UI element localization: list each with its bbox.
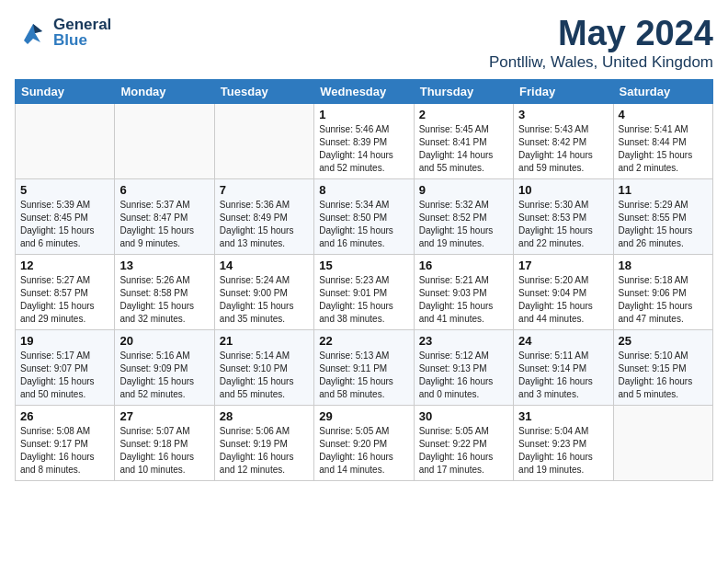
calendar-cell bbox=[214, 103, 313, 178]
calendar-cell: 12Sunrise: 5:27 AM Sunset: 8:57 PM Dayli… bbox=[16, 254, 115, 329]
header-day-wednesday: Wednesday bbox=[314, 79, 414, 103]
day-number: 2 bbox=[419, 108, 508, 121]
day-info: Sunrise: 5:05 AM Sunset: 9:22 PM Dayligh… bbox=[419, 425, 508, 477]
day-number: 12 bbox=[20, 259, 109, 272]
day-number: 14 bbox=[220, 259, 309, 272]
calendar-cell: 13Sunrise: 5:26 AM Sunset: 8:58 PM Dayli… bbox=[115, 254, 214, 329]
calendar-cell: 9Sunrise: 5:32 AM Sunset: 8:52 PM Daylig… bbox=[414, 178, 513, 254]
calendar-cell: 26Sunrise: 5:08 AM Sunset: 9:17 PM Dayli… bbox=[16, 405, 115, 480]
day-number: 9 bbox=[419, 183, 508, 197]
day-number: 8 bbox=[319, 183, 408, 197]
logo-bird-icon bbox=[15, 15, 50, 50]
main-title: May 2024 bbox=[489, 15, 713, 53]
calendar-cell: 31Sunrise: 5:04 AM Sunset: 9:23 PM Dayli… bbox=[514, 405, 613, 480]
day-info: Sunrise: 5:26 AM Sunset: 8:58 PM Dayligh… bbox=[119, 274, 209, 326]
day-number: 31 bbox=[518, 409, 608, 423]
calendar-cell: 1Sunrise: 5:46 AM Sunset: 8:39 PM Daylig… bbox=[314, 103, 414, 178]
day-info: Sunrise: 5:45 AM Sunset: 8:41 PM Dayligh… bbox=[419, 123, 508, 175]
day-info: Sunrise: 5:24 AM Sunset: 9:00 PM Dayligh… bbox=[220, 274, 309, 326]
day-number: 30 bbox=[419, 409, 508, 423]
day-info: Sunrise: 5:16 AM Sunset: 9:09 PM Dayligh… bbox=[119, 350, 209, 401]
day-number: 27 bbox=[119, 409, 209, 423]
header-day-sunday: Sunday bbox=[16, 79, 115, 103]
day-number: 18 bbox=[619, 259, 708, 272]
day-number: 23 bbox=[419, 334, 508, 348]
day-number: 26 bbox=[20, 409, 109, 423]
day-number: 11 bbox=[619, 183, 708, 197]
week-row-2: 5Sunrise: 5:39 AM Sunset: 8:45 PM Daylig… bbox=[16, 178, 713, 254]
calendar-cell: 11Sunrise: 5:29 AM Sunset: 8:55 PM Dayli… bbox=[613, 178, 712, 254]
day-number: 13 bbox=[119, 259, 209, 272]
day-number: 24 bbox=[518, 334, 608, 348]
day-number: 16 bbox=[419, 259, 508, 272]
day-number: 4 bbox=[619, 108, 708, 121]
day-number: 25 bbox=[619, 334, 708, 348]
day-number: 22 bbox=[319, 334, 408, 348]
svg-marker-0 bbox=[24, 24, 42, 44]
header-day-monday: Monday bbox=[115, 79, 214, 103]
calendar-cell: 15Sunrise: 5:23 AM Sunset: 9:01 PM Dayli… bbox=[314, 254, 414, 329]
day-number: 1 bbox=[319, 108, 408, 121]
day-info: Sunrise: 5:37 AM Sunset: 8:47 PM Dayligh… bbox=[119, 199, 209, 250]
calendar-cell bbox=[16, 103, 115, 178]
header-day-saturday: Saturday bbox=[613, 79, 712, 103]
logo-blue: Blue bbox=[53, 32, 111, 48]
day-info: Sunrise: 5:04 AM Sunset: 9:23 PM Dayligh… bbox=[518, 425, 608, 477]
calendar-table: SundayMondayTuesdayWednesdayThursdayFrid… bbox=[15, 79, 713, 481]
logo: General Blue bbox=[15, 15, 111, 50]
title-block: May 2024 Pontlliw, Wales, United Kingdom bbox=[489, 15, 713, 72]
day-info: Sunrise: 5:41 AM Sunset: 8:44 PM Dayligh… bbox=[619, 123, 708, 175]
calendar-cell: 7Sunrise: 5:36 AM Sunset: 8:49 PM Daylig… bbox=[214, 178, 313, 254]
calendar-cell: 4Sunrise: 5:41 AM Sunset: 8:44 PM Daylig… bbox=[613, 103, 712, 178]
calendar-cell: 8Sunrise: 5:34 AM Sunset: 8:50 PM Daylig… bbox=[314, 178, 414, 254]
day-info: Sunrise: 5:20 AM Sunset: 9:04 PM Dayligh… bbox=[518, 274, 608, 326]
header-day-tuesday: Tuesday bbox=[214, 79, 313, 103]
day-info: Sunrise: 5:21 AM Sunset: 9:03 PM Dayligh… bbox=[419, 274, 508, 326]
header-day-thursday: Thursday bbox=[414, 79, 513, 103]
day-info: Sunrise: 5:36 AM Sunset: 8:49 PM Dayligh… bbox=[220, 199, 309, 250]
week-row-5: 26Sunrise: 5:08 AM Sunset: 9:17 PM Dayli… bbox=[16, 405, 713, 480]
calendar-cell: 29Sunrise: 5:05 AM Sunset: 9:20 PM Dayli… bbox=[314, 405, 414, 480]
logo-text: General Blue bbox=[53, 17, 111, 48]
calendar-cell: 22Sunrise: 5:13 AM Sunset: 9:11 PM Dayli… bbox=[314, 329, 414, 405]
calendar-cell: 3Sunrise: 5:43 AM Sunset: 8:42 PM Daylig… bbox=[514, 103, 613, 178]
day-info: Sunrise: 5:29 AM Sunset: 8:55 PM Dayligh… bbox=[619, 199, 708, 250]
day-info: Sunrise: 5:34 AM Sunset: 8:50 PM Dayligh… bbox=[319, 199, 408, 250]
calendar-cell: 28Sunrise: 5:06 AM Sunset: 9:19 PM Dayli… bbox=[214, 405, 313, 480]
day-number: 20 bbox=[119, 334, 209, 348]
day-info: Sunrise: 5:08 AM Sunset: 9:17 PM Dayligh… bbox=[20, 425, 109, 477]
page-header: General Blue May 2024 Pontlliw, Wales, U… bbox=[15, 15, 713, 72]
day-info: Sunrise: 5:13 AM Sunset: 9:11 PM Dayligh… bbox=[319, 350, 408, 401]
calendar-cell: 6Sunrise: 5:37 AM Sunset: 8:47 PM Daylig… bbox=[115, 178, 214, 254]
calendar-cell: 24Sunrise: 5:11 AM Sunset: 9:14 PM Dayli… bbox=[514, 329, 613, 405]
calendar-cell: 30Sunrise: 5:05 AM Sunset: 9:22 PM Dayli… bbox=[414, 405, 513, 480]
day-number: 29 bbox=[319, 409, 408, 423]
calendar-cell: 2Sunrise: 5:45 AM Sunset: 8:41 PM Daylig… bbox=[414, 103, 513, 178]
calendar-cell: 5Sunrise: 5:39 AM Sunset: 8:45 PM Daylig… bbox=[16, 178, 115, 254]
calendar-cell bbox=[613, 405, 712, 480]
day-number: 10 bbox=[518, 183, 608, 197]
calendar-cell: 23Sunrise: 5:12 AM Sunset: 9:13 PM Dayli… bbox=[414, 329, 513, 405]
day-info: Sunrise: 5:05 AM Sunset: 9:20 PM Dayligh… bbox=[319, 425, 408, 477]
calendar-cell: 20Sunrise: 5:16 AM Sunset: 9:09 PM Dayli… bbox=[115, 329, 214, 405]
day-number: 15 bbox=[319, 259, 408, 272]
day-number: 28 bbox=[220, 409, 309, 423]
header-day-friday: Friday bbox=[514, 79, 613, 103]
day-info: Sunrise: 5:07 AM Sunset: 9:18 PM Dayligh… bbox=[119, 425, 209, 477]
calendar-cell: 10Sunrise: 5:30 AM Sunset: 8:53 PM Dayli… bbox=[514, 178, 613, 254]
calendar-header: SundayMondayTuesdayWednesdayThursdayFrid… bbox=[16, 79, 713, 103]
day-number: 21 bbox=[220, 334, 309, 348]
day-info: Sunrise: 5:11 AM Sunset: 9:14 PM Dayligh… bbox=[518, 350, 608, 401]
day-number: 7 bbox=[220, 183, 309, 197]
calendar-cell: 16Sunrise: 5:21 AM Sunset: 9:03 PM Dayli… bbox=[414, 254, 513, 329]
day-info: Sunrise: 5:12 AM Sunset: 9:13 PM Dayligh… bbox=[419, 350, 508, 401]
calendar-cell: 18Sunrise: 5:18 AM Sunset: 9:06 PM Dayli… bbox=[613, 254, 712, 329]
header-row: SundayMondayTuesdayWednesdayThursdayFrid… bbox=[16, 79, 713, 103]
day-info: Sunrise: 5:14 AM Sunset: 9:10 PM Dayligh… bbox=[220, 350, 309, 401]
day-number: 5 bbox=[20, 183, 109, 197]
calendar-body: 1Sunrise: 5:46 AM Sunset: 8:39 PM Daylig… bbox=[16, 103, 713, 480]
day-info: Sunrise: 5:43 AM Sunset: 8:42 PM Dayligh… bbox=[518, 123, 608, 175]
day-info: Sunrise: 5:32 AM Sunset: 8:52 PM Dayligh… bbox=[419, 199, 508, 250]
subtitle: Pontlliw, Wales, United Kingdom bbox=[489, 53, 713, 72]
calendar-cell: 14Sunrise: 5:24 AM Sunset: 9:00 PM Dayli… bbox=[214, 254, 313, 329]
